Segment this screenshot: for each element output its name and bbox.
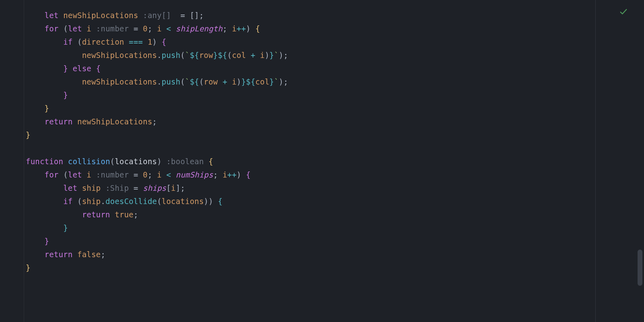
token-num: 1 bbox=[148, 37, 153, 46]
token-brace-p: } bbox=[63, 64, 68, 73]
token-ident: i bbox=[260, 51, 265, 60]
token-par: ) bbox=[237, 170, 242, 179]
token-punc: ; bbox=[199, 11, 204, 20]
token-op: < bbox=[166, 24, 171, 33]
token-par: ) bbox=[246, 24, 251, 33]
token-brace-b: { bbox=[218, 197, 223, 206]
token-op: + bbox=[251, 51, 256, 60]
token-punc: ; bbox=[101, 250, 105, 259]
token-brace-y: } bbox=[26, 130, 31, 139]
token-ident: ship bbox=[82, 197, 101, 206]
token-eq: = bbox=[134, 184, 138, 192]
token-ident: i bbox=[87, 170, 91, 179]
token-par: ( bbox=[227, 51, 232, 60]
token-ident: row bbox=[204, 77, 218, 86]
token-ident: i bbox=[232, 24, 237, 33]
token-op: + bbox=[223, 77, 227, 86]
token-brace-p: { bbox=[96, 64, 101, 73]
token-brace-y: } bbox=[26, 263, 31, 272]
token-kw: return bbox=[45, 117, 73, 126]
token-punc: ] bbox=[194, 11, 199, 20]
token-method: push bbox=[162, 77, 181, 86]
token-par: ( bbox=[110, 157, 115, 166]
token-par: ) bbox=[279, 77, 284, 86]
token-brace-p: } bbox=[45, 237, 50, 246]
token-par: ) bbox=[157, 157, 162, 166]
token-punc: ] bbox=[176, 184, 181, 192]
token-par: ( bbox=[77, 197, 82, 206]
token-par: ) bbox=[237, 77, 242, 86]
token-punc: ; bbox=[180, 184, 185, 192]
token-brace-b: ${ bbox=[190, 51, 199, 60]
token-ital: ships bbox=[143, 184, 166, 192]
token-hint: :number bbox=[96, 170, 129, 179]
token-punc: ; bbox=[213, 170, 218, 179]
token-par: ( bbox=[77, 37, 82, 46]
token-ident: row bbox=[199, 51, 213, 60]
token-ident: i bbox=[157, 24, 162, 33]
scrollbar-thumb[interactable] bbox=[638, 250, 642, 286]
token-hint: :Ship bbox=[105, 184, 129, 192]
token-punc: ; bbox=[283, 51, 288, 60]
code-content[interactable]: let newShipLocations :any[] = []; for (l… bbox=[26, 9, 644, 275]
token-brace-y: } bbox=[45, 104, 50, 113]
token-method: push bbox=[162, 51, 181, 60]
token-kw: if bbox=[63, 37, 72, 46]
token-par: ) bbox=[152, 37, 157, 46]
token-punc: ; bbox=[134, 210, 138, 219]
token-punc: ; bbox=[223, 24, 227, 33]
token-ident: newShipLocations bbox=[77, 117, 152, 126]
token-str: ` bbox=[274, 77, 279, 86]
token-ital: numShips bbox=[176, 170, 213, 179]
token-par: ( bbox=[63, 24, 68, 33]
status-ok-check-icon bbox=[619, 7, 628, 16]
token-white: locations bbox=[115, 157, 157, 166]
editor-right-margin bbox=[595, 0, 596, 322]
token-ident: newShipLocations bbox=[82, 51, 157, 60]
token-punc: ; bbox=[283, 77, 288, 86]
code-editor[interactable]: let newShipLocations :any[] = []; for (l… bbox=[0, 0, 644, 322]
token-kw: let bbox=[68, 170, 82, 179]
code-area[interactable]: let newShipLocations :any[] = []; for (l… bbox=[24, 0, 644, 322]
token-par: ) bbox=[208, 197, 213, 206]
token-ident: i bbox=[223, 170, 227, 179]
token-method: doesCollide bbox=[105, 197, 157, 206]
token-ident: newShipLocations bbox=[63, 11, 138, 20]
token-kw: for bbox=[45, 24, 59, 33]
token-par: ( bbox=[199, 77, 204, 86]
token-par: ( bbox=[63, 170, 68, 179]
token-kw: let bbox=[63, 184, 77, 192]
token-eq: = bbox=[134, 170, 138, 179]
token-par: ) bbox=[279, 51, 284, 60]
token-punc: . bbox=[101, 197, 105, 206]
token-punc: . bbox=[157, 51, 162, 60]
token-par: ) bbox=[265, 51, 270, 60]
token-punc: [ bbox=[166, 184, 171, 192]
token-punc: [ bbox=[190, 11, 194, 20]
token-brace-p: { bbox=[246, 170, 251, 179]
token-kw: else bbox=[72, 64, 91, 73]
token-ident: col bbox=[232, 51, 246, 60]
token-brace-b: } bbox=[241, 77, 246, 86]
token-ident: newShipLocations bbox=[82, 77, 157, 86]
token-eq: = bbox=[180, 11, 185, 20]
token-brace-y: { bbox=[255, 24, 260, 33]
token-eq: = bbox=[134, 24, 138, 33]
token-ital: shipLength bbox=[176, 24, 223, 33]
token-ident: direction bbox=[82, 37, 124, 46]
token-op: ++ bbox=[227, 170, 237, 179]
token-bool: true bbox=[115, 210, 134, 219]
token-kw: function bbox=[26, 157, 63, 166]
token-brace-b: ${ bbox=[246, 77, 255, 86]
gutter bbox=[0, 0, 24, 322]
token-brace-b: } bbox=[269, 51, 274, 60]
token-ident: i bbox=[157, 170, 162, 179]
token-num: 0 bbox=[143, 24, 148, 33]
token-ident: col bbox=[255, 77, 269, 86]
token-str: ` bbox=[185, 51, 190, 60]
token-str: ` bbox=[185, 77, 190, 86]
token-bool: false bbox=[77, 250, 101, 259]
token-brace-b: } bbox=[269, 77, 274, 86]
token-str: ` bbox=[274, 51, 279, 60]
token-par: ( bbox=[180, 51, 185, 60]
